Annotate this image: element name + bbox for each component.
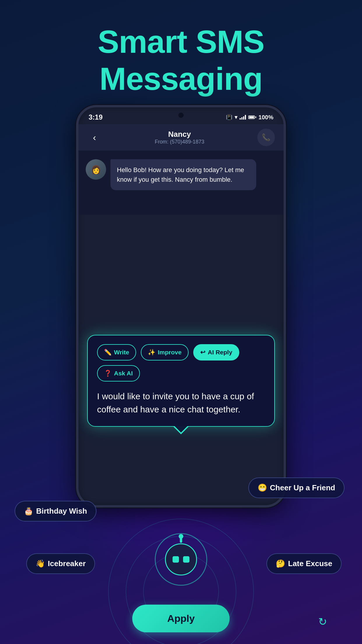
birthday-icon: 🎂 [24,507,33,516]
chat-area: 👩 Hello Bob! How are you doing today? Le… [78,150,284,215]
ai-generated-text: I would like to invite you to have a cup… [97,390,265,416]
contact-name: Nancy [155,130,204,139]
incoming-message: Hello Bob! How are you doing today? Let … [110,159,256,190]
contact-number: From: (570)489-1873 [155,139,204,145]
status-icons: 📳 ▾ 100% [226,114,273,121]
ai-reply-icon: ↩ [200,349,205,356]
icebreaker-label: Icebreaker [48,559,86,568]
phone-camera [178,113,184,118]
ai-buttons-row: ✏️ Write ✨ Improve ↩ AI Reply ❓ Ask AI [97,344,265,382]
battery-percent: 100% [259,114,273,121]
late-icon: 🤔 [276,559,285,568]
robot-eyes [173,556,189,563]
robot-antenna [180,537,182,543]
message-row: 👩 Hello Bob! How are you doing today? Le… [86,159,276,190]
page-title: Smart SMS Messaging [0,23,362,97]
robot-left-eye [173,556,179,563]
improve-label: Improve [158,349,182,356]
write-icon: ✏️ [104,349,112,356]
call-button[interactable]: 📞 [257,129,275,146]
vibrate-icon: 📳 [226,114,232,120]
ask-ai-icon: ❓ [104,370,112,377]
icebreaker-icon: 👋 [36,559,45,568]
bottom-overlay: 🎂 Birthday Wish 😁 Cheer Up a Friend 👋 Ic… [0,440,362,644]
avatar-image: 👩 [86,159,106,180]
chat-header: ‹ Nancy From: (570)489-1873 📞 [78,124,284,150]
ai-reply-button[interactable]: ↩ AI Reply [193,344,239,360]
write-button[interactable]: ✏️ Write [97,344,136,360]
cheer-chip[interactable]: 😁 Cheer Up a Friend [248,477,345,498]
icebreaker-chip[interactable]: 👋 Icebreaker [26,553,95,574]
phone-icon: 📞 [262,133,270,141]
write-label: Write [114,349,129,356]
back-button[interactable]: ‹ [87,132,102,143]
ai-reply-label: AI Reply [208,349,232,356]
ai-panel: ✏️ Write ✨ Improve ↩ AI Reply ❓ Ask AI I… [87,335,275,427]
birthday-chip[interactable]: 🎂 Birthday Wish [15,501,96,522]
wifi-icon: ▾ [235,114,237,120]
ask-ai-label: Ask AI [114,370,133,377]
avatar: 👩 [86,159,106,180]
late-label: Late Excuse [288,559,332,568]
cheer-icon: 😁 [258,483,267,492]
cheer-label: Cheer Up a Friend [270,483,335,492]
improve-button[interactable]: ✨ Improve [141,344,189,360]
improve-icon: ✨ [148,349,155,356]
robot-container [155,533,207,586]
chat-contact: Nancy From: (570)489-1873 [155,130,204,145]
page-title-section: Smart SMS Messaging [0,0,362,109]
late-excuse-chip[interactable]: 🤔 Late Excuse [266,553,342,574]
refresh-icon[interactable]: ↻ [318,616,327,628]
ask-ai-button[interactable]: ❓ Ask AI [97,365,140,382]
robot-face [165,543,197,575]
battery-icon [248,116,256,119]
status-time: 3:19 [89,113,103,121]
signal-icon [240,115,246,120]
apply-button[interactable]: Apply [132,605,230,632]
birthday-label: Birthday Wish [36,507,87,516]
robot-right-eye [183,556,189,563]
